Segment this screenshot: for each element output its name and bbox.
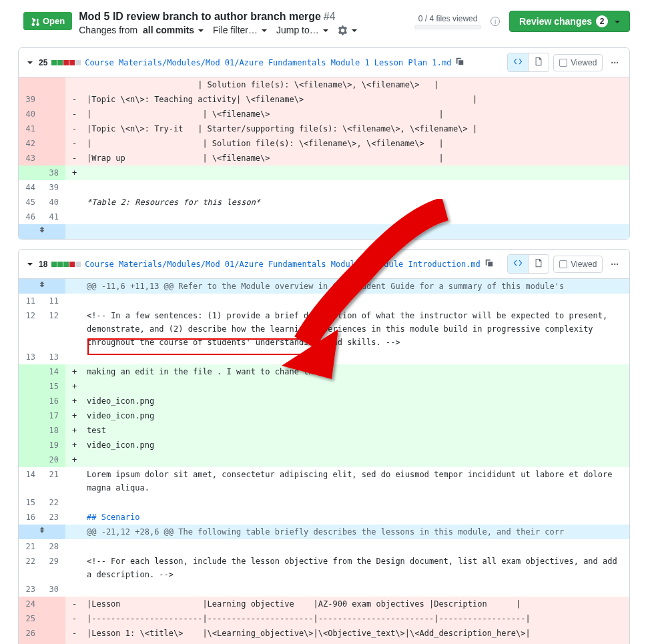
old-line-num[interactable] xyxy=(19,379,42,394)
old-line-num[interactable]: 24 xyxy=(19,597,42,611)
new-line-num[interactable] xyxy=(42,136,65,151)
new-line-num[interactable]: 15 xyxy=(42,379,65,394)
old-line-num[interactable] xyxy=(19,438,42,452)
viewed-checkbox[interactable]: Viewed xyxy=(553,54,603,71)
file-filter-dropdown[interactable]: File filter… xyxy=(213,25,267,35)
source-view-button[interactable] xyxy=(508,53,529,71)
file-icon xyxy=(534,57,543,66)
jump-to-dropdown[interactable]: Jump to… xyxy=(276,25,328,35)
old-line-num[interactable]: 26 xyxy=(19,626,42,641)
old-line-num[interactable] xyxy=(19,408,42,423)
old-line-num[interactable] xyxy=(19,166,42,180)
new-line-num[interactable]: 39 xyxy=(42,180,65,195)
new-line-num[interactable]: 22 xyxy=(42,495,65,510)
old-line-num[interactable] xyxy=(19,77,42,92)
file-collapse-toggle[interactable] xyxy=(25,57,35,68)
old-line-num[interactable]: 39 xyxy=(19,92,42,107)
chevron-down-icon xyxy=(612,16,620,27)
diff-line: 39-|Topic \<n\>: Teaching activity| \<fi… xyxy=(19,92,629,107)
old-line-num[interactable]: 45 xyxy=(19,195,42,210)
old-line-num[interactable]: 41 xyxy=(19,121,42,136)
diff-stat-bar xyxy=(51,60,81,65)
diff-line: 1522 xyxy=(19,495,629,510)
diff-line: 40-| | \<filename\> | xyxy=(19,107,629,121)
expand-row[interactable] xyxy=(19,224,629,239)
file-collapse-toggle[interactable] xyxy=(25,259,35,270)
old-line-num[interactable]: 43 xyxy=(19,151,42,166)
hunk-row: @@ -21,12 +28,6 @@ The following table b… xyxy=(19,525,629,539)
old-line-num[interactable]: 22 xyxy=(19,554,42,582)
changes-from-dropdown[interactable]: Changes from all commits xyxy=(79,25,204,35)
review-changes-button[interactable]: Review changes 2 xyxy=(509,11,630,32)
new-line-num[interactable]: 20 xyxy=(42,452,65,467)
pr-header: Open Mod 5 ID review branch to author br… xyxy=(5,5,643,38)
new-line-num[interactable]: 40 xyxy=(42,195,65,210)
copy-path-icon[interactable] xyxy=(484,258,494,270)
old-line-num[interactable]: 16 xyxy=(19,510,42,525)
file-path[interactable]: Course Materials/Modules/Mod 01/Azure Fu… xyxy=(85,260,480,269)
viewed-checkbox[interactable]: Viewed xyxy=(553,256,603,273)
diff-settings-dropdown[interactable] xyxy=(338,25,357,35)
new-line-num[interactable] xyxy=(42,626,65,641)
code-icon xyxy=(513,57,523,66)
source-view-button[interactable] xyxy=(508,255,529,273)
new-line-num[interactable]: 41 xyxy=(42,210,65,224)
file-diff: 18 Course Materials/Modules/Mod 01/Azure… xyxy=(18,249,630,644)
rendered-view-button[interactable] xyxy=(529,255,549,273)
old-line-num[interactable]: 14 xyxy=(19,467,42,495)
diff-line: | Solution file(s): \<filename\>, \<file… xyxy=(19,77,629,92)
new-line-num[interactable] xyxy=(42,611,65,626)
old-line-num[interactable] xyxy=(19,452,42,467)
file-menu-button[interactable]: ··· xyxy=(607,256,623,272)
diff-view-toggle[interactable] xyxy=(507,254,549,274)
old-line-num[interactable]: 11 xyxy=(19,294,42,308)
expand-icon[interactable] xyxy=(19,525,65,539)
old-line-num[interactable]: 46 xyxy=(19,210,42,224)
info-icon[interactable]: i xyxy=(491,17,500,26)
new-line-num[interactable] xyxy=(42,92,65,107)
new-line-num[interactable]: 28 xyxy=(42,539,65,554)
old-line-num[interactable]: 13 xyxy=(19,350,42,364)
new-line-num[interactable]: 23 xyxy=(42,510,65,525)
new-line-num[interactable]: 19 xyxy=(42,438,65,452)
old-line-num[interactable]: 42 xyxy=(19,136,42,151)
old-line-num[interactable]: 21 xyxy=(19,539,42,554)
file-menu-button[interactable]: ··· xyxy=(607,55,623,71)
new-line-num[interactable]: 29 xyxy=(42,554,65,582)
rendered-view-button[interactable] xyxy=(529,53,549,71)
new-line-num[interactable]: 13 xyxy=(42,350,65,364)
copy-path-icon[interactable] xyxy=(455,57,464,68)
pr-state-text: Open xyxy=(43,16,65,26)
old-line-num[interactable]: 44 xyxy=(19,180,42,195)
old-line-num[interactable] xyxy=(19,423,42,438)
diff-line: 4540*Table 2: Resources for this lesson* xyxy=(19,195,629,210)
old-line-num[interactable]: 25 xyxy=(19,611,42,626)
new-line-num[interactable]: 18 xyxy=(42,423,65,438)
new-line-num[interactable] xyxy=(42,641,65,644)
new-line-num[interactable]: 38 xyxy=(42,166,65,180)
old-line-num[interactable] xyxy=(19,394,42,408)
old-line-num[interactable]: 23 xyxy=(19,582,42,597)
old-line-num[interactable] xyxy=(19,364,42,379)
new-line-num[interactable] xyxy=(42,107,65,121)
new-line-num[interactable]: 14 xyxy=(42,364,65,379)
old-line-num[interactable]: 40 xyxy=(19,107,42,121)
old-line-num[interactable]: 27 xyxy=(19,641,42,644)
diff-view-toggle[interactable] xyxy=(507,53,549,72)
new-line-num[interactable]: 30 xyxy=(42,582,65,597)
diff-stat-count: 18 xyxy=(39,260,47,269)
new-line-num[interactable] xyxy=(42,151,65,166)
expand-icon[interactable] xyxy=(19,279,65,294)
new-line-num[interactable]: 12 xyxy=(42,308,65,350)
new-line-num[interactable]: 21 xyxy=(42,467,65,495)
new-line-num[interactable] xyxy=(42,121,65,136)
new-line-num[interactable] xyxy=(42,77,65,92)
file-path[interactable]: Course Materials/Modules/Mod 01/Azure Fu… xyxy=(85,58,451,67)
old-line-num[interactable]: 12 xyxy=(19,308,42,350)
new-line-num[interactable]: 16 xyxy=(42,394,65,408)
new-line-num[interactable]: 11 xyxy=(42,294,65,308)
new-line-num[interactable]: 17 xyxy=(42,408,65,423)
new-line-num[interactable] xyxy=(42,597,65,611)
diff-line: 43-|Wrap up | \<filename\> | xyxy=(19,151,629,166)
old-line-num[interactable]: 15 xyxy=(19,495,42,510)
